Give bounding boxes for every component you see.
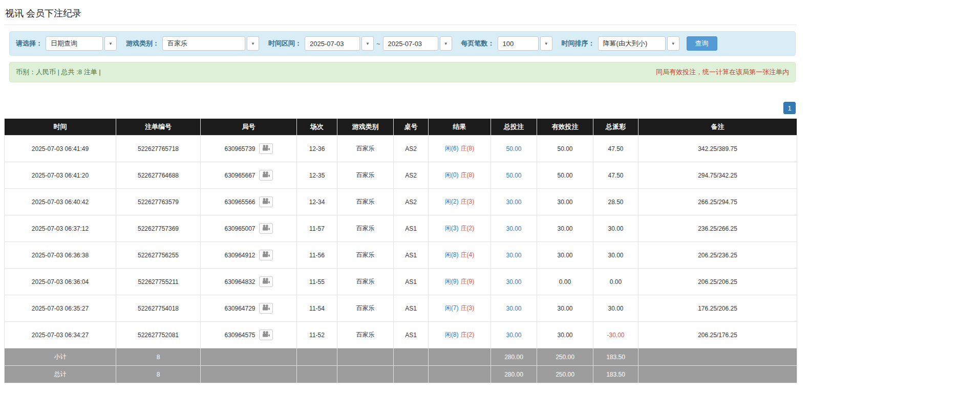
- cell-note: 206.25/176.25: [638, 322, 797, 348]
- result-banker: 庄(8): [461, 145, 475, 152]
- cell-session: 12-35: [297, 162, 337, 189]
- result-player: 闲(8): [445, 331, 459, 338]
- cell-bet-id: 522627752081: [116, 322, 201, 348]
- time-sort-caret-button[interactable]: ▼: [667, 36, 679, 51]
- result-banker: 庄(3): [461, 198, 475, 205]
- cell-game-type: 百家乐: [337, 295, 394, 322]
- replay-video-button[interactable]: [259, 250, 273, 260]
- column-header-6: 结果: [429, 119, 491, 136]
- footer-count: 8: [116, 348, 201, 366]
- footer-empty-result: [429, 366, 491, 383]
- result-banker: 庄(2): [461, 331, 475, 338]
- total-bet-link[interactable]: 30.00: [506, 252, 521, 259]
- cell-note: 294.75/342.25: [638, 162, 797, 189]
- table-row: 2025-07-03 06:40:42522627763579630965566…: [5, 189, 797, 215]
- page-number-button[interactable]: 1: [783, 102, 796, 114]
- page-title: 视讯 会员下注纪录: [5, 7, 797, 19]
- cell-table-number: AS2: [394, 136, 429, 162]
- total-row: 总计8280.00250.00183.50: [5, 366, 797, 383]
- cell-note: 176.25/206.25: [638, 295, 797, 322]
- cell-round: 630964729: [201, 295, 297, 322]
- cell-note: 206.25/206.25: [638, 269, 797, 295]
- summary-bar: 币别：人民币 | 总共 :8 注单 | 同局有效投注，统一计算在该局第一张注单内: [9, 62, 796, 82]
- total-bet-link[interactable]: 30.00: [506, 305, 521, 312]
- chevron-down-icon: ▼: [671, 41, 675, 46]
- footer-empty-table: [394, 366, 429, 383]
- video-camera-icon: [262, 198, 270, 206]
- video-camera-icon: [262, 304, 270, 313]
- table-row: 2025-07-03 06:35:27522627754018630964729…: [5, 295, 797, 322]
- result-player: 闲(6): [445, 145, 459, 152]
- cell-result: 闲(3)庄(2): [429, 215, 491, 242]
- time-range-label: 时间区间：: [268, 39, 302, 48]
- cell-time: 2025-07-03 06:35:27: [5, 295, 116, 322]
- game-type-caret-button[interactable]: ▼: [247, 36, 259, 51]
- chevron-down-icon: ▼: [251, 41, 255, 46]
- date-range-tilde: ~: [376, 40, 380, 48]
- query-type-select[interactable]: 日期查询: [46, 36, 103, 51]
- total-bet-link[interactable]: 30.00: [506, 332, 521, 339]
- replay-video-button[interactable]: [259, 276, 273, 287]
- cell-bet-id: 522627755211: [116, 269, 201, 295]
- column-header-2: 局号: [201, 119, 297, 136]
- cell-payout: 30.00: [593, 215, 638, 242]
- total-bet-link[interactable]: 30.00: [506, 199, 521, 206]
- table-row: 2025-07-03 06:36:04522627755211630964832…: [5, 269, 797, 295]
- footer-empty-session: [297, 348, 337, 366]
- table-row: 2025-07-03 06:41:20522627764688630965667…: [5, 162, 797, 189]
- cell-session: 11-55: [297, 269, 337, 295]
- column-header-3: 场次: [297, 119, 337, 136]
- cell-note: 266.25/294.75: [638, 189, 797, 215]
- game-type-select[interactable]: 百家乐: [162, 36, 245, 51]
- per-page-combo: 100 ▼: [498, 36, 552, 51]
- cell-note: 206.25/236.25: [638, 242, 797, 269]
- result-banker: 庄(2): [461, 225, 475, 232]
- result-banker: 庄(9): [461, 278, 475, 285]
- total-bet-link[interactable]: 30.00: [506, 225, 521, 232]
- query-type-caret-button[interactable]: ▼: [104, 36, 117, 51]
- round-number: 630964832: [224, 278, 255, 286]
- cell-table-number: AS2: [394, 162, 429, 189]
- game-type-label: 游戏类别：: [126, 39, 159, 48]
- replay-video-button[interactable]: [259, 196, 273, 207]
- page: 视讯 会员下注纪录 请选择： 日期查询 ▼ 游戏类别： 百家乐 ▼ 时间区间： …: [0, 0, 801, 386]
- date-to-select[interactable]: 2025-07-03: [383, 36, 438, 51]
- footer-empty-round: [201, 348, 297, 366]
- game-type-combo: 百家乐 ▼: [162, 36, 259, 51]
- cell-valid-bet: 30.00: [537, 295, 593, 322]
- cell-total-bet: 30.00: [491, 189, 537, 215]
- cell-game-type: 百家乐: [337, 242, 394, 269]
- date-from-caret-button[interactable]: ▼: [361, 36, 374, 51]
- date-from-select[interactable]: 2025-07-03: [305, 36, 360, 51]
- search-button[interactable]: 查询: [687, 36, 717, 51]
- cell-table-number: AS2: [394, 189, 429, 215]
- cell-time: 2025-07-03 06:34:27: [5, 322, 116, 348]
- cell-time: 2025-07-03 06:41:20: [5, 162, 116, 189]
- cell-bet-id: 522627756255: [116, 242, 201, 269]
- replay-video-button[interactable]: [259, 223, 273, 234]
- subtotal-row: 小计8280.00250.00183.50: [5, 348, 797, 366]
- per-page-select[interactable]: 100: [498, 36, 539, 51]
- cell-round: 630965566: [201, 189, 297, 215]
- replay-video-button[interactable]: [259, 303, 273, 314]
- replay-video-button[interactable]: [259, 143, 273, 154]
- footer-empty-result: [429, 348, 491, 366]
- cell-valid-bet: 50.00: [537, 162, 593, 189]
- cell-round: 630965007: [201, 215, 297, 242]
- total-bet-link[interactable]: 50.00: [506, 172, 521, 179]
- total-bet-link[interactable]: 50.00: [506, 145, 521, 152]
- cell-table-number: AS1: [394, 269, 429, 295]
- total-bet-link[interactable]: 30.00: [506, 278, 521, 286]
- footer-empty-table: [394, 348, 429, 366]
- time-sort-select[interactable]: 降冪(由大到小): [598, 36, 666, 51]
- cell-session: 12-36: [297, 136, 337, 162]
- replay-video-button[interactable]: [259, 170, 273, 181]
- date-to-caret-button[interactable]: ▼: [440, 36, 452, 51]
- replay-video-button[interactable]: [259, 330, 273, 340]
- cell-round: 630964832: [201, 269, 297, 295]
- per-page-caret-button[interactable]: ▼: [540, 36, 552, 51]
- cell-total-bet: 30.00: [491, 269, 537, 295]
- column-header-0: 时间: [5, 119, 116, 136]
- result-player: 闲(7): [445, 304, 459, 312]
- page-header: 视讯 会员下注纪录: [4, 3, 797, 25]
